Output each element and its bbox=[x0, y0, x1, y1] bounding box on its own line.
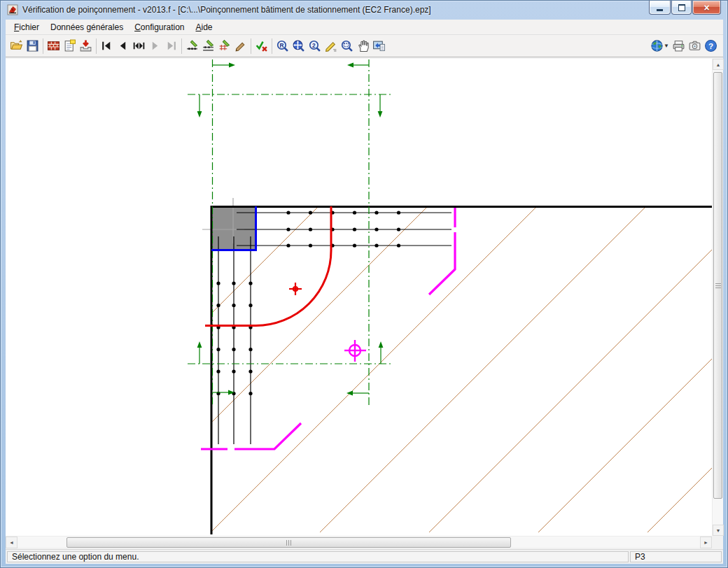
nav-first-last-icon bbox=[132, 39, 146, 52]
arrow-up-icon: ▲ bbox=[716, 62, 721, 67]
copy-view-button[interactable] bbox=[371, 38, 387, 54]
nav-last-icon bbox=[164, 39, 178, 52]
zoom-extents-button[interactable] bbox=[290, 38, 307, 54]
status-field-value: P3 bbox=[635, 552, 645, 562]
zoom-window-button[interactable] bbox=[339, 38, 355, 54]
toolbar-separator bbox=[96, 38, 97, 54]
restore-icon bbox=[678, 4, 685, 11]
punching-shear-drawing bbox=[6, 59, 712, 536]
scrollbar-corner bbox=[712, 536, 723, 548]
nav-previous-icon bbox=[116, 39, 130, 52]
svg-text:R: R bbox=[279, 42, 284, 49]
toolbar: R 2 bbox=[6, 35, 723, 57]
redraw-pencil-icon bbox=[324, 39, 337, 52]
pan-hand-icon bbox=[356, 39, 370, 52]
menu-donnees-generales[interactable]: Données générales bbox=[45, 20, 129, 34]
stud-rail-add-icon bbox=[202, 39, 215, 52]
print-icon bbox=[672, 39, 685, 52]
import-icon bbox=[79, 39, 92, 52]
vertical-scroll-thumb[interactable] bbox=[713, 72, 722, 499]
status-bar: Sélectionnez une option du menu. P3 bbox=[6, 549, 723, 564]
zoom-previous-button[interactable]: 2 bbox=[307, 38, 323, 54]
stud-grid-edit-icon bbox=[218, 39, 231, 52]
menu-aide[interactable]: Aide bbox=[190, 20, 218, 34]
sketch-pencil-button[interactable] bbox=[232, 38, 248, 54]
help-button[interactable]: ? bbox=[703, 38, 719, 54]
slab-edges bbox=[211, 206, 712, 534]
toolbar-separator bbox=[251, 38, 251, 54]
properties-button[interactable] bbox=[62, 38, 78, 54]
general-data-brick-icon bbox=[47, 39, 60, 52]
help-icon: ? bbox=[704, 39, 718, 52]
app-icon bbox=[7, 4, 18, 15]
pan-button[interactable] bbox=[355, 38, 371, 54]
status-message-panel: Sélectionnez une option du menu. bbox=[7, 551, 629, 562]
language-globe-icon bbox=[650, 39, 664, 52]
nav-first-button[interactable] bbox=[99, 38, 115, 54]
close-icon: × bbox=[704, 3, 709, 13]
stud-grid-edit-button[interactable] bbox=[216, 38, 232, 54]
zoom-extents-icon bbox=[292, 39, 305, 52]
horizontal-scrollbar[interactable]: ◄ ► bbox=[6, 536, 712, 548]
menu-configuration[interactable]: Configuration bbox=[129, 20, 190, 34]
snapshot-camera-icon bbox=[688, 39, 701, 52]
zoom-window-icon bbox=[340, 39, 354, 52]
status-field-panel: P3 bbox=[630, 551, 722, 562]
concrete-hatch-lines bbox=[6, 206, 712, 532]
scroll-up-button[interactable]: ▲ bbox=[713, 59, 724, 70]
window-title: Vérification de poinçonnement - v2013.f … bbox=[22, 5, 431, 15]
svg-text:?: ? bbox=[708, 41, 713, 50]
nav-previous-button[interactable] bbox=[115, 38, 131, 54]
arrow-down-icon: ▼ bbox=[716, 528, 721, 533]
language-globe-button[interactable] bbox=[649, 38, 665, 54]
svg-text:2: 2 bbox=[312, 42, 316, 49]
open-button[interactable] bbox=[8, 38, 24, 54]
nav-first-icon bbox=[100, 39, 113, 52]
title-bar[interactable]: Vérification de poinçonnement - v2013.f … bbox=[0, 0, 728, 20]
menu-fichier[interactable]: Fichier bbox=[8, 20, 45, 34]
toolbar-separator bbox=[43, 38, 43, 54]
load-point-marker bbox=[289, 283, 302, 295]
toolbar-right-group: ▼ bbox=[649, 38, 719, 54]
horizontal-scroll-thumb[interactable] bbox=[66, 537, 511, 548]
sketch-pencil-icon bbox=[234, 39, 247, 52]
nav-next-button[interactable] bbox=[147, 38, 163, 54]
client-area: Fichier Données générales Configuration … bbox=[6, 20, 723, 564]
minimize-icon bbox=[657, 9, 663, 11]
properties-document-icon bbox=[63, 39, 76, 52]
snapshot-button[interactable] bbox=[687, 38, 703, 54]
nav-next-icon bbox=[148, 39, 162, 52]
globe-dropdown-icon[interactable]: ▼ bbox=[664, 43, 669, 49]
nav-first-last-button[interactable] bbox=[131, 38, 147, 54]
import-button[interactable] bbox=[78, 38, 94, 54]
scroll-down-button[interactable]: ▼ bbox=[713, 525, 724, 536]
stud-rail-edit-icon bbox=[186, 39, 199, 52]
toolbar-separator bbox=[181, 38, 182, 54]
scroll-left-button[interactable]: ◄ bbox=[6, 537, 18, 548]
zoom-dynamic-button[interactable]: R bbox=[274, 38, 290, 54]
close-button[interactable]: × bbox=[692, 1, 721, 15]
general-data-button[interactable] bbox=[46, 38, 62, 54]
open-icon bbox=[10, 39, 23, 52]
redraw-pencil-button[interactable] bbox=[323, 38, 339, 54]
centroid-marker bbox=[344, 340, 366, 362]
app-window: Vérification de poinçonnement - v2013.f … bbox=[0, 0, 728, 568]
arrow-right-icon: ► bbox=[704, 540, 708, 545]
print-button[interactable] bbox=[671, 38, 687, 54]
status-message: Sélectionnez une option du menu. bbox=[12, 552, 139, 562]
vertical-scrollbar[interactable]: ▲ ▼ bbox=[712, 59, 723, 536]
menu-bar: Fichier Données générales Configuration … bbox=[6, 20, 723, 35]
validate-button[interactable] bbox=[253, 38, 270, 54]
copy-view-icon bbox=[372, 39, 386, 52]
zoom-previous-icon: 2 bbox=[308, 39, 321, 52]
nav-last-button[interactable] bbox=[163, 38, 179, 54]
scroll-right-button[interactable]: ► bbox=[700, 537, 712, 548]
toolbar-separator bbox=[272, 38, 272, 54]
validate-icon bbox=[255, 39, 268, 52]
save-button[interactable] bbox=[24, 38, 41, 54]
restore-button[interactable] bbox=[671, 1, 692, 15]
drawing-area[interactable] bbox=[6, 59, 712, 536]
minimize-button[interactable] bbox=[649, 1, 671, 15]
stud-rail-add-button[interactable] bbox=[200, 38, 216, 54]
stud-rail-edit-button[interactable] bbox=[184, 38, 200, 54]
